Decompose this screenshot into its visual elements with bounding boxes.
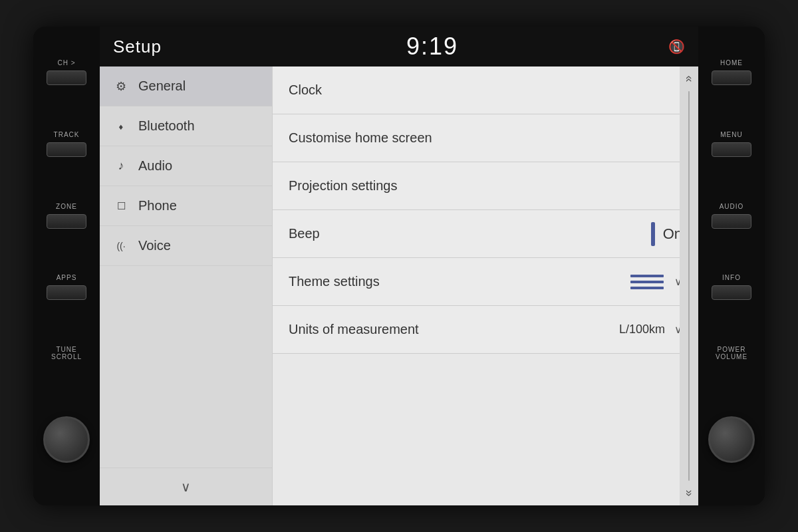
ch-group: CH > [47, 59, 86, 85]
home-screen-label: Customise home screen [289, 130, 682, 146]
toggle-indicator [651, 222, 655, 246]
audio-group: AUDIO [712, 203, 751, 229]
car-unit: CH > TRACK ZONE APPS TUNE SCROLL Setup 9… [33, 27, 765, 505]
menu-button[interactable] [712, 142, 751, 157]
panel-item-home-screen[interactable]: Customise home screen [273, 114, 698, 162]
power-volume-label: POWER VOLUME [716, 346, 747, 360]
sidebar-label-bluetooth: Bluetooth [138, 118, 195, 134]
scroll-bar: « » [680, 66, 698, 505]
main-screen: Setup 9:19 📵 ⚙ General ⬧ Bluetooth ♪ Aud… [100, 27, 698, 505]
zone-label: ZONE [56, 203, 77, 210]
panel-item-clock[interactable]: Clock [273, 66, 698, 114]
zone-group: ZONE [47, 203, 86, 229]
clock-label: Clock [289, 82, 682, 98]
page-title: Setup [113, 37, 162, 57]
theme-label: Theme settings [289, 274, 630, 289]
track-button[interactable] [47, 142, 86, 157]
track-group: TRACK [47, 131, 86, 157]
panel-item-units[interactable]: Units of measurement L/100km ∨ [273, 306, 698, 354]
content-area: ⚙ General ⬧ Bluetooth ♪ Audio ☐ Phone ((… [100, 66, 698, 505]
units-label: Units of measurement [289, 322, 619, 337]
phone-icon: ☐ [113, 200, 129, 212]
scroll-down-button[interactable]: » [679, 487, 698, 499]
main-panel: Clock Customise home screen Projection s… [273, 66, 698, 505]
units-dropdown[interactable]: L/100km ∨ [619, 323, 682, 336]
sidebar-item-general[interactable]: ⚙ General [100, 66, 272, 106]
sidebar-item-voice[interactable]: ((· Voice [100, 226, 272, 266]
beep-toggle[interactable]: On [651, 222, 682, 246]
scroll-track [688, 91, 690, 481]
ch-label: CH > [57, 59, 75, 66]
audio-button[interactable] [712, 214, 751, 229]
sidebar-label-audio: Audio [138, 158, 172, 174]
theme-line-3 [630, 287, 664, 289]
tune-scroll-label: TUNE SCROLL [51, 346, 82, 360]
home-label: HOME [720, 59, 743, 66]
sidebar-item-audio[interactable]: ♪ Audio [100, 146, 272, 186]
header-bar: Setup 9:19 📵 [100, 27, 698, 66]
beep-label: Beep [289, 226, 651, 241]
clock-display: 9:19 [406, 33, 458, 61]
home-button[interactable] [712, 70, 751, 85]
left-knob-area [43, 406, 90, 473]
left-knob[interactable] [43, 416, 90, 463]
zone-button[interactable] [47, 214, 86, 229]
menu-group: MENU [712, 131, 751, 157]
sidebar-label-voice: Voice [138, 238, 171, 253]
power-volume-group: POWER VOLUME [716, 346, 747, 360]
apps-label: APPS [57, 274, 77, 281]
theme-line-1 [630, 275, 664, 277]
bluetooth-icon: ⬧ [113, 120, 129, 132]
sidebar-item-phone[interactable]: ☐ Phone [100, 186, 272, 226]
projection-label: Projection settings [289, 178, 682, 194]
units-value: L/100km [619, 323, 665, 336]
chevron-down-icon: ∨ [181, 479, 191, 495]
info-label: INFO [722, 274, 741, 281]
right-side-buttons: HOME MENU AUDIO INFO POWER VOLUME [698, 27, 765, 505]
sidebar-label-general: General [138, 78, 186, 94]
sidebar-item-bluetooth[interactable]: ⬧ Bluetooth [100, 106, 272, 146]
info-group: INFO [712, 274, 751, 300]
panel-item-projection[interactable]: Projection settings [273, 162, 698, 210]
theme-line-2 [630, 281, 664, 283]
right-knob-area [708, 406, 755, 473]
ch-button[interactable] [47, 70, 86, 85]
sidebar-label-phone: Phone [138, 198, 177, 213]
scroll-up-button[interactable]: « [679, 72, 698, 84]
panel-item-beep[interactable]: Beep On [273, 210, 698, 258]
sidebar: ⚙ General ⬧ Bluetooth ♪ Audio ☐ Phone ((… [100, 66, 273, 505]
track-label: TRACK [54, 131, 80, 138]
left-side-buttons: CH > TRACK ZONE APPS TUNE SCROLL [33, 27, 100, 505]
panel-item-theme[interactable]: Theme settings ∨ [273, 258, 698, 306]
audio-label: AUDIO [720, 203, 744, 210]
sidebar-more-button[interactable]: ∨ [100, 467, 272, 505]
gear-icon: ⚙ [113, 79, 129, 94]
apps-group: APPS [47, 274, 86, 300]
music-icon: ♪ [113, 159, 129, 173]
tune-scroll-group: TUNE SCROLL [51, 346, 82, 360]
voice-icon: ((· [113, 241, 129, 251]
menu-label: MENU [720, 131, 742, 138]
info-button[interactable] [712, 285, 751, 300]
home-group: HOME [712, 59, 751, 85]
theme-icon [630, 275, 664, 289]
right-knob[interactable] [708, 416, 755, 463]
apps-button[interactable] [47, 285, 86, 300]
signal-icon: 📵 [668, 39, 685, 55]
